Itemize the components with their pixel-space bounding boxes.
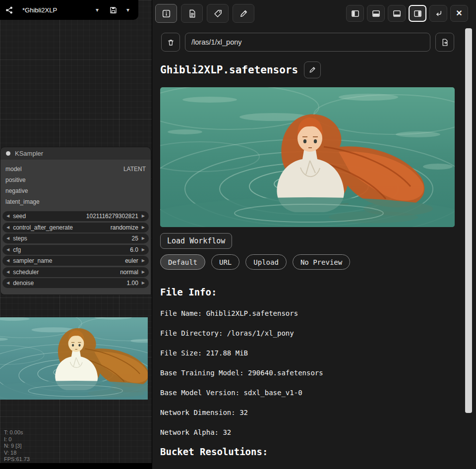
path-input[interactable] xyxy=(185,33,430,52)
arrow-right-icon[interactable]: ▶ xyxy=(142,259,145,263)
arrow-left-icon[interactable]: ◀ xyxy=(6,236,9,240)
pencil-icon xyxy=(239,9,248,18)
scrollbar-thumb[interactable] xyxy=(465,28,472,413)
workflow-selector[interactable]: *Ghibli2XLP ▾ xyxy=(18,3,103,17)
arrow-left-icon[interactable]: ◀ xyxy=(6,259,9,263)
arrow-right-icon[interactable]: ▶ xyxy=(142,248,145,252)
save-menu-button[interactable]: ▾ xyxy=(120,3,135,17)
input-slot-latent-image[interactable]: latent_image xyxy=(0,196,151,207)
tab-info[interactable] xyxy=(155,4,177,23)
load-workflow-button[interactable]: Load Workflow xyxy=(160,233,232,249)
slot-label: negative xyxy=(5,187,28,194)
dock-bottom-thin-button[interactable] xyxy=(388,5,406,22)
panel-scrollbar[interactable] xyxy=(465,26,472,466)
perf-stats: T: 0.00s I: 0 N: 9 [3] V: 18 FPS:61.73 xyxy=(4,429,30,463)
preview-tab-no-preview[interactable]: No Preview xyxy=(293,254,350,270)
widget-cfg[interactable]: ◀ cfg 6.0 ▶ xyxy=(2,245,149,255)
widget-name: steps xyxy=(13,235,27,242)
collapse-dot-icon[interactable] xyxy=(6,151,10,156)
widget-name: scheduler xyxy=(13,269,39,276)
arrow-right-icon[interactable]: ▶ xyxy=(142,270,145,274)
arrow-right-icon[interactable]: ▶ xyxy=(142,214,145,218)
arrow-left-icon[interactable]: ◀ xyxy=(6,270,9,274)
file-info-row: Base Model Version: sdxl_base_v1-0 xyxy=(160,389,476,397)
file-info-heading: File Info: xyxy=(160,287,476,297)
widget-steps[interactable]: ◀ steps 25 ▶ xyxy=(2,234,149,243)
input-slot-negative[interactable]: negative xyxy=(0,185,151,196)
save-icon xyxy=(109,6,118,14)
widget-denoise[interactable]: ◀ denoise 1.00 ▶ xyxy=(2,278,149,288)
file-info-row: Network Alpha: 32 xyxy=(160,428,476,436)
arrow-left-icon[interactable]: ◀ xyxy=(6,281,9,285)
file-export-icon xyxy=(441,38,449,47)
widget-name: cfg xyxy=(13,246,21,253)
preview-tab-upload[interactable]: Upload xyxy=(245,254,287,270)
dock-left-button[interactable] xyxy=(346,5,364,22)
slot-label: latent_image xyxy=(5,198,40,205)
file-info-row: File Directory: /loras/1/xl_pony xyxy=(160,329,476,337)
tab-description[interactable] xyxy=(181,4,203,23)
edit-title-button[interactable] xyxy=(304,61,321,78)
close-icon: ✕ xyxy=(456,9,462,17)
node-body: model LATENT positive negative latent_im… xyxy=(0,160,151,295)
stat-line: I: 0 xyxy=(4,436,30,443)
share-graph-icon[interactable] xyxy=(5,6,13,14)
widget-seed[interactable]: ◀ seed 1021116279302821 ▶ xyxy=(2,211,149,221)
model-title: Ghibli2XLP.safetensors xyxy=(160,64,298,76)
model-preview-image xyxy=(160,87,455,227)
arrow-right-icon[interactable]: ▶ xyxy=(142,281,145,285)
delete-model-button[interactable] xyxy=(161,33,180,52)
tab-tags[interactable] xyxy=(207,4,229,23)
widget-name: denoise xyxy=(13,280,34,287)
tag-icon xyxy=(213,9,223,18)
file-info-row: File Size: 217.88 MiB xyxy=(160,349,476,357)
widget-control-after-generate[interactable]: ◀ control_after_generate randomize ▶ xyxy=(2,223,149,233)
move-file-button[interactable] xyxy=(435,33,454,52)
arrow-left-icon[interactable]: ◀ xyxy=(6,226,9,230)
arrow-left-icon[interactable]: ◀ xyxy=(6,248,9,252)
dock-bottom-button[interactable] xyxy=(367,5,385,22)
slot-label: model xyxy=(5,166,22,173)
preview-tab-default[interactable]: Default xyxy=(160,254,205,270)
close-panel-button[interactable]: ✕ xyxy=(450,5,468,22)
widget-name: sampler_name xyxy=(13,257,52,264)
widget-value: randomize xyxy=(111,224,138,231)
stat-line: V: 18 xyxy=(4,450,30,457)
tab-edit[interactable] xyxy=(233,4,254,23)
popout-button[interactable] xyxy=(429,5,447,22)
arrow-right-icon[interactable]: ▶ xyxy=(142,236,145,240)
node-ksampler[interactable]: KSampler model LATENT positive negative … xyxy=(0,147,151,295)
node-title-bar[interactable]: KSampler xyxy=(0,147,151,160)
file-info-row: Network Dimension: 32 xyxy=(160,409,476,416)
widget-value: 6.0 xyxy=(130,246,138,253)
generated-preview-image xyxy=(0,317,148,400)
widget-scheduler[interactable]: ◀ scheduler normal ▶ xyxy=(2,267,149,277)
dock-right-button[interactable] xyxy=(409,5,426,22)
workflow-topbar: *Ghibli2XLP ▾ ▾ xyxy=(0,0,138,20)
arrow-left-icon[interactable]: ◀ xyxy=(6,214,9,218)
arrow-right-icon[interactable]: ▶ xyxy=(142,226,145,230)
app-window: *Ghibli2XLP ▾ ▾ KSampler model xyxy=(0,0,476,469)
stat-line: T: 0.00s xyxy=(4,429,30,436)
node-title: KSampler xyxy=(15,150,43,157)
widget-value: 1021116279302821 xyxy=(86,213,138,220)
bucket-resolutions-heading: Bucket Resolutions: xyxy=(160,446,476,457)
preview-image-node[interactable] xyxy=(0,317,148,400)
trash-icon xyxy=(167,38,175,47)
dock-right-icon xyxy=(413,9,422,18)
input-slot-model[interactable]: model LATENT xyxy=(0,164,151,175)
input-slot-positive[interactable]: positive xyxy=(0,175,151,185)
file-info-row: Base Training Model: 290640.safetensors xyxy=(160,369,476,377)
stat-line: FPS:61.73 xyxy=(4,456,30,463)
slot-label: positive xyxy=(5,176,26,183)
widget-sampler-name[interactable]: ◀ sampler_name euler ▶ xyxy=(2,256,149,266)
save-workflow-button[interactable] xyxy=(106,3,120,17)
model-info-panel: ✕ Ghibli2XLP.safetensors xyxy=(152,0,476,469)
dock-bottom-icon xyxy=(371,9,381,18)
preview-tab-url[interactable]: URL xyxy=(211,254,239,270)
workflow-canvas[interactable]: *Ghibli2XLP ▾ ▾ KSampler model xyxy=(0,0,152,469)
dock-bottom-thin-icon xyxy=(392,9,402,18)
widget-value: 25 xyxy=(131,235,138,242)
panel-window-controls: ✕ xyxy=(346,5,468,22)
output-slot-label[interactable]: LATENT xyxy=(123,166,146,173)
